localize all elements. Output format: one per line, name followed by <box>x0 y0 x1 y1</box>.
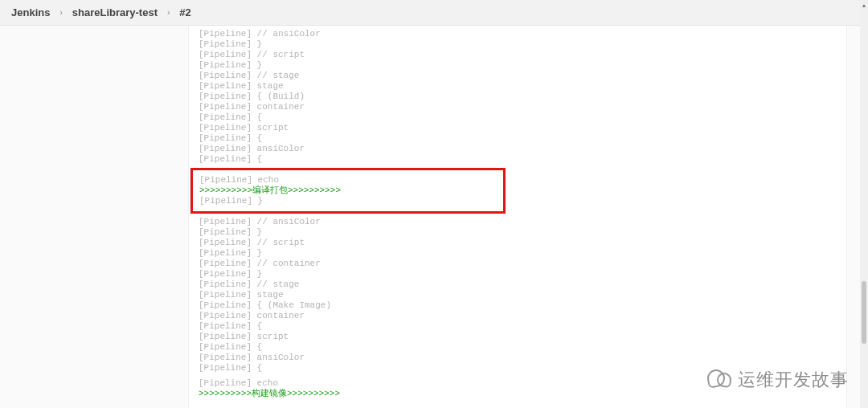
console-line: [Pipeline] container <box>199 311 837 321</box>
breadcrumb-build[interactable]: #2 <box>179 6 190 18</box>
console-output[interactable]: [Pipeline] // ansiColor[Pipeline] }[Pipe… <box>188 26 847 408</box>
chevron-right-icon: › <box>167 8 170 17</box>
console-line: [Pipeline] } <box>199 39 837 50</box>
console-line: [Pipeline] ansiColor <box>199 144 837 154</box>
console-line: [Pipeline] { (Build) <box>199 92 837 102</box>
console-line: [Pipeline] // ansiColor <box>199 29 837 39</box>
breadcrumb-job[interactable]: shareLibrary-test <box>72 6 158 18</box>
console-line: [Pipeline] { <box>199 321 837 332</box>
console-line: [Pipeline] } <box>199 227 837 238</box>
console-line: [Pipeline] } <box>199 60 837 71</box>
console-line-highlight: >>>>>>>>>>构建镜像>>>>>>>>>> <box>199 389 837 399</box>
scroll-up-icon[interactable]: ▴ <box>860 2 868 9</box>
console-line: [Pipeline] container <box>199 102 837 112</box>
console-line: [Pipeline] ansiColor <box>199 353 837 363</box>
console-line: [Pipeline] script <box>199 123 837 133</box>
console-block-mid: [Pipeline] // ansiColor[Pipeline] }[Pipe… <box>199 217 837 373</box>
console-line-highlight: >>>>>>>>>>编译打包>>>>>>>>>> <box>199 186 497 196</box>
scrollbar-vertical[interactable]: ▴ <box>860 0 868 408</box>
content-area: [Pipeline] // ansiColor[Pipeline] }[Pipe… <box>0 26 860 408</box>
console-line: [Pipeline] // stage <box>199 71 837 81</box>
console-line: [Pipeline] // ansiColor <box>199 217 837 227</box>
breadcrumb-jenkins[interactable]: Jenkins <box>11 6 50 18</box>
console-line: [Pipeline] { (Make Image) <box>199 300 837 311</box>
console-line: [Pipeline] { <box>199 154 837 165</box>
console-line: [Pipeline] script <box>199 332 837 342</box>
console-line: [Pipeline] // container <box>199 259 837 269</box>
chevron-right-icon: › <box>59 8 62 17</box>
console-line: [Pipeline] echo <box>199 175 497 186</box>
console-line: [Pipeline] echo <box>199 378 837 389</box>
console-line: [Pipeline] } <box>199 196 497 206</box>
console-line: [Pipeline] // script <box>199 50 837 60</box>
console-line: [Pipeline] { <box>199 112 837 123</box>
breadcrumb: Jenkins › shareLibrary-test › #2 <box>0 0 860 26</box>
console-line: [Pipeline] stage <box>199 81 837 92</box>
console-line: [Pipeline] stage <box>199 290 837 300</box>
console-line: [Pipeline] // stage <box>199 279 837 290</box>
console-line: [Pipeline] } <box>199 248 837 259</box>
console-line: [Pipeline] { <box>199 342 837 353</box>
console-line: [Pipeline] { <box>199 133 837 144</box>
console-line: [Pipeline] // script <box>199 238 837 248</box>
console-line: [Pipeline] { <box>199 363 837 373</box>
highlight-box: [Pipeline] echo >>>>>>>>>>编译打包>>>>>>>>>>… <box>190 168 506 214</box>
console-line: [Pipeline] } <box>199 269 837 279</box>
console-block-pre: [Pipeline] // ansiColor[Pipeline] }[Pipe… <box>199 29 837 165</box>
scrollbar-thumb[interactable] <box>862 281 866 344</box>
